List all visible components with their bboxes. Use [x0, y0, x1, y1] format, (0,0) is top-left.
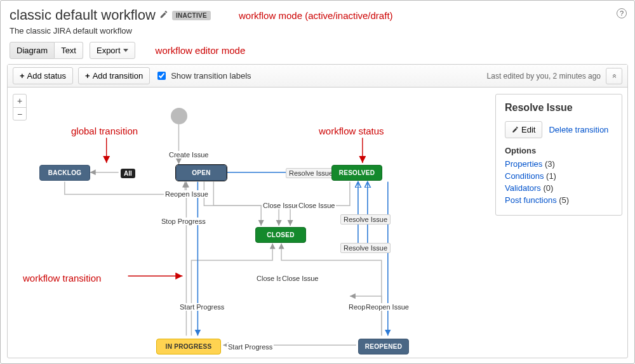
tab-text[interactable]: Text	[55, 42, 83, 59]
trans-resolve-1: Resolve Issue	[286, 168, 336, 178]
trans-reop-short: Reop	[347, 303, 366, 311]
trans-close-1: Close Issue	[262, 202, 300, 209]
export-button[interactable]: Export	[90, 42, 135, 59]
tab-diagram[interactable]: Diagram	[10, 42, 55, 59]
annotation-global-transition: global transition	[71, 126, 138, 136]
collapse-panel-button[interactable]: »	[606, 68, 622, 84]
annotation-editor-mode: workflow editor mode	[156, 45, 246, 56]
status-node-in-progress[interactable]: IN PROGRESS	[156, 339, 221, 354]
show-labels-input[interactable]	[157, 72, 166, 80]
trans-stop-progress: Stop Progress	[160, 218, 207, 225]
trans-close-2: Close Issue	[297, 202, 336, 209]
trans-resolve-2: Resolve Issue	[340, 214, 391, 224]
opt-conditions[interactable]: Conditions	[505, 171, 544, 181]
annotation-workflow-transition: workflow transition	[23, 273, 101, 283]
status-node-open[interactable]: OPEN	[176, 165, 227, 181]
status-node-resolved[interactable]: RESOLVED	[331, 165, 382, 181]
trans-reopen-2: Reopen Issue	[364, 303, 410, 311]
trans-create-issue: Create Issue	[168, 151, 210, 159]
trans-start-progress-1: Start Progress	[178, 303, 225, 311]
workflow-editor-page: ? classic default workflow INACTIVE work…	[0, 0, 635, 364]
opt-properties[interactable]: Properties	[505, 159, 542, 169]
help-icon[interactable]: ?	[617, 8, 627, 18]
trans-close-4: Close Issue	[281, 275, 319, 282]
show-transition-labels-checkbox[interactable]: Show transition labels	[155, 70, 251, 82]
status-node-closed[interactable]: CLOSED	[255, 227, 306, 243]
editor-toolbar: Diagram Text Export workflow editor mode	[1, 39, 634, 65]
trans-resolve-3: Resolve Issue	[340, 243, 391, 253]
annotation-workflow-status: workflow status	[319, 126, 384, 136]
transition-details-panel: Resolve Issue Edit Delete transition Opt…	[495, 94, 622, 216]
options-list: Properties (3) Conditions (1) Validators…	[505, 159, 613, 205]
add-status-button[interactable]: +Add status	[13, 67, 73, 84]
opt-postfunctions[interactable]: Post functions	[505, 195, 557, 205]
diagram-panel: +Add status +Add transition Show transit…	[7, 64, 628, 358]
start-node[interactable]	[171, 108, 187, 124]
edit-transition-button[interactable]: Edit	[505, 121, 542, 138]
options-heading: Options	[505, 146, 613, 155]
annotation-mode: workflow mode (active/inactive/draft)	[239, 10, 393, 21]
panel-title: Resolve Issue	[505, 102, 613, 114]
workflow-title: classic default workflow	[10, 7, 156, 23]
global-transition-all[interactable]: All	[121, 169, 135, 178]
delete-transition-link[interactable]: Delete transition	[549, 125, 608, 134]
status-node-backlog[interactable]: BACKLOG	[39, 165, 90, 181]
opt-validators[interactable]: Validators	[505, 183, 541, 193]
workflow-description: The classic JIRA default workflow	[10, 26, 625, 36]
edit-title-icon[interactable]	[159, 10, 168, 21]
caret-down-icon	[123, 49, 128, 52]
trans-start-progress-2: Start Progress	[227, 343, 274, 351]
action-bar: +Add status +Add transition Show transit…	[8, 65, 627, 88]
status-node-reopened[interactable]: REOPENED	[358, 339, 409, 354]
last-edited-text: Last edited by you, 2 minutes ago	[487, 72, 601, 81]
workflow-mode-lozenge: INACTIVE	[172, 11, 211, 20]
view-mode-segmented: Diagram Text	[10, 42, 83, 59]
page-header: classic default workflow INACTIVE workfl…	[1, 1, 634, 39]
add-transition-button[interactable]: +Add transition	[78, 67, 150, 84]
trans-reopen-1: Reopen Issue	[164, 190, 210, 198]
